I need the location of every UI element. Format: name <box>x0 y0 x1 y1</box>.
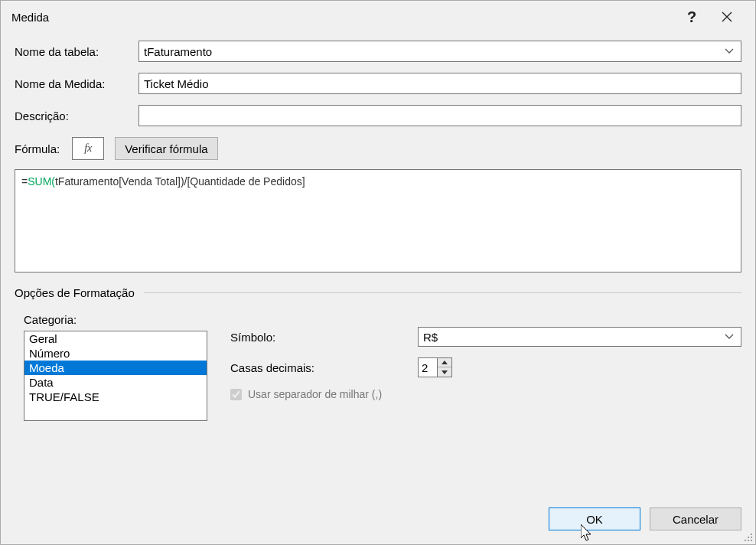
description-row: Descrição: <box>15 105 741 126</box>
dialog-content: Nome da tabela: Nome da Medida: Descriçã… <box>1 33 755 500</box>
formula-row: Fórmula: fx Verificar fórmula <box>15 137 741 160</box>
formula-label: Fórmula: <box>15 142 60 155</box>
section-divider <box>144 292 741 293</box>
category-column: Categoria: Geral Número Moeda Data TRUE/… <box>24 313 207 421</box>
table-name-dropdown[interactable] <box>138 41 741 62</box>
list-item[interactable]: Data <box>24 375 207 390</box>
triangle-up-icon <box>442 361 448 364</box>
formatting-area: Categoria: Geral Número Moeda Data TRUE/… <box>15 313 741 421</box>
description-input[interactable] <box>138 105 741 126</box>
thousand-separator-label: Usar separador de milhar (,) <box>248 388 382 400</box>
close-button[interactable] <box>709 4 745 30</box>
help-button[interactable]: ? <box>674 4 709 30</box>
fx-button[interactable]: fx <box>72 137 104 160</box>
svg-point-4 <box>748 540 749 541</box>
formula-eq: = <box>21 175 28 188</box>
fx-icon: fx <box>84 142 92 155</box>
decimals-spinner[interactable] <box>418 357 452 377</box>
list-item[interactable]: Moeda <box>24 361 207 375</box>
measure-dialog: Medida ? Nome da tabela: Nome da Medida:… <box>0 0 756 545</box>
svg-point-1 <box>748 537 749 538</box>
category-label: Categoria: <box>24 313 207 326</box>
category-listbox[interactable]: Geral Número Moeda Data TRUE/FALSE <box>24 331 207 421</box>
symbol-dropdown[interactable] <box>418 327 741 347</box>
svg-point-2 <box>751 537 752 538</box>
table-name-row: Nome da tabela: <box>15 41 741 62</box>
spinner-up-button[interactable] <box>438 358 451 367</box>
thousand-separator-row: Usar separador de milhar (,) <box>230 388 741 400</box>
formatting-section-header: Opções de Formatação <box>15 286 741 299</box>
svg-point-5 <box>751 540 752 541</box>
formula-rest: tFaturamento[Venda Total])/[Quantidade d… <box>55 175 305 188</box>
close-icon <box>722 11 732 22</box>
svg-point-3 <box>745 540 746 541</box>
spinner-buttons <box>438 357 452 377</box>
triangle-down-icon <box>442 370 448 374</box>
symbol-label: Símbolo: <box>230 331 418 344</box>
table-name-label: Nome da tabela: <box>15 45 138 58</box>
symbol-input[interactable] <box>418 327 741 347</box>
list-item[interactable]: TRUE/FALSE <box>24 390 207 404</box>
symbol-row: Símbolo: <box>230 327 741 347</box>
formula-func: SUM( <box>28 175 55 188</box>
cancel-button[interactable]: Cancelar <box>650 507 741 530</box>
measure-name-label: Nome da Medida: <box>15 77 138 90</box>
resize-grip-icon <box>741 530 754 543</box>
thousand-separator-checkbox[interactable] <box>230 389 242 400</box>
spinner-down-button[interactable] <box>438 367 451 377</box>
dialog-buttons: OK Cancelar <box>1 500 755 544</box>
measure-name-row: Nome da Medida: <box>15 73 741 94</box>
list-item[interactable]: Geral <box>24 331 207 346</box>
formula-editor[interactable]: =SUM(tFaturamento[Venda Total])/[Quantid… <box>15 169 741 272</box>
measure-name-input[interactable] <box>138 73 741 94</box>
titlebar: Medida ? <box>1 1 755 33</box>
list-item[interactable]: Número <box>24 346 207 361</box>
decimals-row: Casas decimais: <box>230 357 741 377</box>
decimals-input[interactable] <box>418 357 438 377</box>
format-options-column: Símbolo: Casas decimais: <box>230 313 741 421</box>
dialog-title: Medida <box>11 11 674 24</box>
verify-formula-button[interactable]: Verificar fórmula <box>115 137 217 160</box>
formatting-section-title: Opções de Formatação <box>15 286 135 299</box>
svg-point-0 <box>751 534 752 535</box>
decimals-label: Casas decimais: <box>230 361 418 374</box>
ok-button[interactable]: OK <box>549 507 640 530</box>
description-label: Descrição: <box>15 109 138 122</box>
table-name-input[interactable] <box>138 41 741 62</box>
